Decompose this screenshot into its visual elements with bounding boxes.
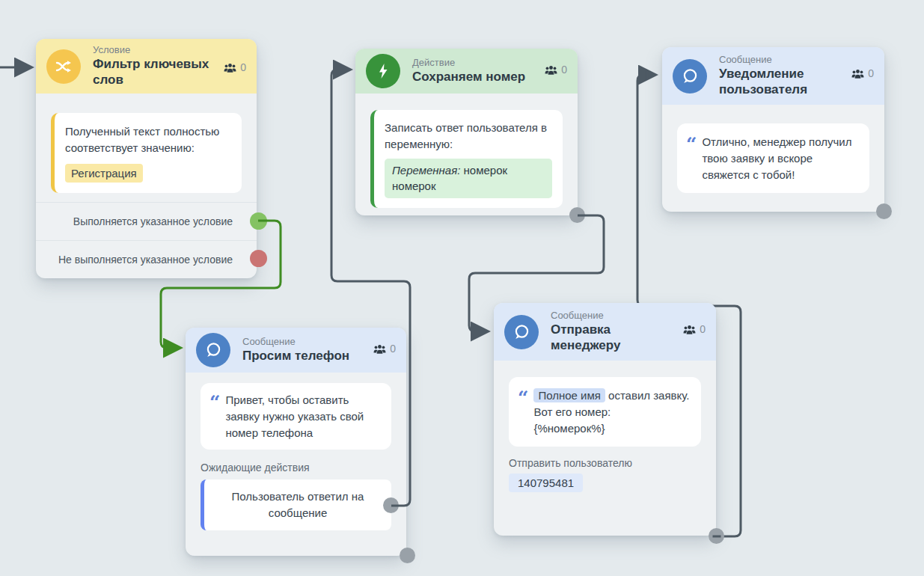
condition-outputs: Выполняется указанное условие Не выполня… — [36, 202, 257, 278]
node-type-label: Сообщение — [719, 54, 884, 67]
node-send-to-manager[interactable]: Сообщение Отправка менеджеру 0 “ Полное … — [494, 303, 716, 536]
port-ask-phone-out[interactable] — [400, 548, 415, 563]
node-keyword-filter[interactable]: Условие Фильтр ключевых слов 0 Полученны… — [36, 39, 257, 278]
port-condition-false[interactable] — [250, 250, 267, 267]
action-text: Записать ответ пользователя в переменную… — [385, 121, 547, 150]
subscribers-counter: 0 — [545, 64, 567, 76]
condition-box: Полученный текст полностью соответствует… — [51, 113, 242, 193]
users-icon — [851, 69, 864, 79]
shuffle-icon — [46, 49, 81, 84]
message-text: Полное имя оставил заявку. Вот его номер… — [533, 387, 689, 436]
node-user-notification[interactable]: Сообщение Уведомление пользователя 0 “ О… — [662, 47, 884, 212]
waiting-action-row[interactable]: Пользователь ответил на сообщение — [201, 480, 391, 530]
users-icon — [224, 63, 236, 73]
node-title: Отправка менеджеру — [551, 322, 682, 353]
waiting-actions-label: Ожидающие действия — [201, 462, 391, 474]
subscribers-counter: 0 — [683, 323, 706, 335]
node-save-number[interactable]: Действие Сохраняем номер 0 Записать отве… — [355, 49, 578, 215]
chat-icon — [504, 315, 539, 349]
subscribers-counter: 0 — [373, 343, 396, 355]
node-header: Сообщение Уведомление пользователя 0 — [662, 47, 884, 105]
users-icon — [545, 65, 557, 75]
output-row-true[interactable]: Выполняется указанное условие — [36, 202, 257, 240]
condition-value-tag: Регистрация — [65, 164, 143, 183]
users-icon — [373, 344, 386, 354]
node-header: Условие Фильтр ключевых слов 0 — [36, 39, 257, 94]
node-title: Просим телефон — [242, 349, 373, 364]
port-send-manager-out[interactable] — [709, 528, 724, 544]
chat-icon — [196, 333, 230, 367]
message-box: “ Отлично, менеджер получил твою заявку … — [677, 123, 869, 193]
subscribers-counter: 0 — [851, 67, 874, 79]
node-ask-phone[interactable]: Сообщение Просим телефон 0 “ Привет, что… — [186, 328, 406, 556]
action-box: Записать ответ пользователя в переменную… — [370, 110, 563, 208]
node-header: Сообщение Отправка менеджеру 0 — [494, 303, 716, 361]
node-header: Сообщение Просим телефон 0 — [186, 328, 406, 373]
node-type-label: Сообщение — [551, 310, 716, 322]
node-title: Уведомление пользователя — [719, 67, 850, 97]
condition-text: Полученный текст полностью соответствует… — [65, 125, 219, 154]
message-box: “ Полное имя оставил заявку. Вот его ном… — [509, 377, 701, 447]
lightning-icon — [366, 54, 400, 88]
message-text: Привет, чтобы оставить заявку нужно указ… — [225, 392, 382, 441]
variable-chip: Переменная: номерок номерок — [385, 159, 552, 199]
chat-icon — [673, 59, 707, 94]
flow-canvas[interactable]: Условие Фильтр ключевых слов 0 Полученны… — [0, 0, 924, 576]
node-title: Фильтр ключевых слов — [93, 57, 224, 88]
quote-icon: “ — [518, 390, 527, 436]
users-icon — [683, 325, 696, 334]
variable-name-chip: Полное имя — [533, 388, 605, 402]
message-text: Отлично, менеджер получил твою заявку и … — [702, 134, 859, 183]
recipient-id-chip: 140795481 — [509, 474, 583, 492]
node-title: Сохраняем номер — [412, 70, 543, 85]
quote-icon: “ — [686, 136, 695, 183]
recipient-label: Отправить пользователю — [509, 457, 701, 469]
output-row-false[interactable]: Не выполняется указанное условие — [36, 240, 257, 278]
node-header: Действие Сохраняем номер 0 — [355, 49, 578, 94]
node-type-label: Условие — [93, 44, 257, 57]
message-box: “ Привет, чтобы оставить заявку нужно ук… — [201, 383, 391, 450]
quote-icon: “ — [209, 394, 218, 441]
port-notification-out[interactable] — [876, 203, 892, 219]
subscribers-counter: 0 — [224, 61, 246, 73]
